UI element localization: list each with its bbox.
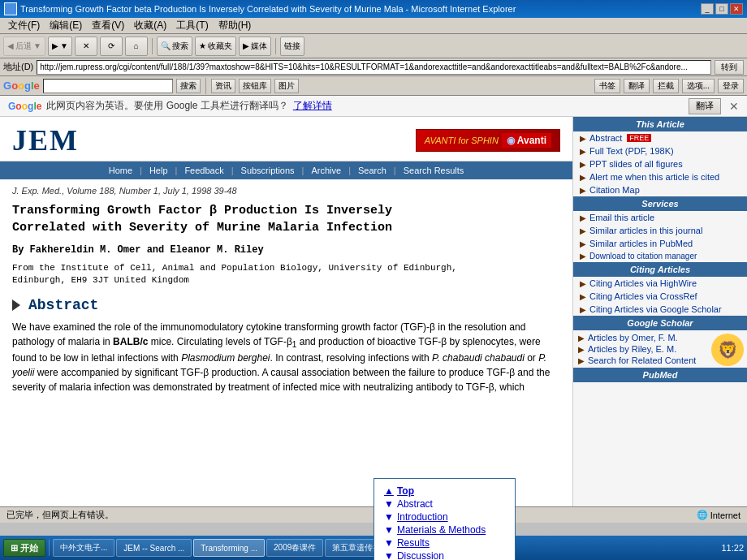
sidebar-ppt-link[interactable]: ▶ PPT slides of all figures [573, 157, 747, 170]
this-article-section: This Article ▶ Abstract FREE ▶ Full Text… [573, 117, 747, 196]
citation-manager-section: ▶ Download to citation manager [573, 250, 747, 262]
taskbar-item-0[interactable]: 中外文电子... [53, 539, 114, 557]
sidebar-similar-pubmed-link[interactable]: ▶ Similar articles in PubMed [573, 237, 747, 250]
toc-item-top[interactable]: ▲ Top [384, 485, 505, 497]
sidebar-citing-highwire-link[interactable]: ▶ Citing Articles via HighWire [573, 277, 747, 290]
sidebar-scholar-riley-link[interactable]: ▶ Articles by Riley, E. M. [576, 343, 711, 355]
sidebar-abstract-link[interactable]: ▶ Abstract FREE [573, 131, 747, 144]
stop-icon: ✕ [83, 41, 89, 50]
pubmed-section: PubMed [573, 368, 747, 382]
article-affiliation: From the Institute of Cell, Animal and P… [12, 262, 560, 287]
stop-button[interactable]: ✕ [75, 37, 97, 56]
star-icon: ★ [199, 41, 206, 50]
search-button[interactable]: 🔍 搜索 [157, 37, 192, 56]
sidebar-fulltext-link[interactable]: ▶ Full Text (PDF, 198K) [573, 144, 747, 157]
screenshot-button[interactable]: 拦截 [653, 79, 679, 93]
sidebar-arrow-icon-12: ▶ [580, 305, 586, 314]
sidebar-arrow-icon-2: ▶ [580, 147, 586, 156]
images-button[interactable]: 图片 [274, 79, 299, 93]
translate-bar: Google 此网页内容为英语。要使用 Google 工具栏进行翻译吗？ 了解详… [0, 96, 747, 117]
sidebar-alert-link[interactable]: ▶ Alert me when this article is cited [573, 170, 747, 183]
home-icon: ⌂ [134, 41, 139, 50]
menu-view[interactable]: 查看(V) [87, 18, 129, 33]
sidebar-download-link[interactable]: ▶ Download to citation manager [573, 250, 747, 262]
windows-icon: ⊞ [11, 543, 18, 554]
close-button[interactable]: ✕ [730, 3, 743, 15]
menu-help[interactable]: 帮助(H) [214, 18, 257, 33]
sidebar-scholar-related-link[interactable]: ▶ Search for Related Content [576, 355, 711, 366]
gtoolbar-separator [205, 78, 206, 94]
nav-feedback[interactable]: Feedback [178, 164, 230, 177]
sidebar-similar-journal-link[interactable]: ▶ Similar articles in this journal [573, 224, 747, 237]
minimize-button[interactable]: _ [701, 3, 714, 15]
sidebar-arrow-icon-13: ▶ [578, 334, 585, 342]
toc-item-abstract[interactable]: ▼ Abstract [384, 498, 505, 506]
menu-edit[interactable]: 编辑(E) [45, 18, 87, 33]
sidebar-arrow-icon-4: ▶ [580, 173, 586, 182]
sidebar-scholar-omer-link[interactable]: ▶ Articles by Omer, F. M. [576, 332, 711, 343]
translate-message: 此网页内容为英语。要使用 Google 工具栏进行翻译吗？ [46, 99, 287, 113]
abstract-arrow-icon[interactable] [12, 299, 20, 311]
jem-logo: JEM [12, 123, 79, 157]
nav-help[interactable]: Help [143, 164, 175, 177]
nav-home[interactable]: Home [102, 164, 139, 177]
nav-archive[interactable]: Archive [304, 164, 348, 177]
menu-bar: 文件(F) 编辑(E) 查看(V) 收藏(A) 工具(T) 帮助(H) [0, 18, 747, 34]
menu-favorites[interactable]: 收藏(A) [129, 18, 171, 33]
media-button[interactable]: ▶ 媒体 [239, 37, 271, 56]
bookmarks-button[interactable]: 书签 [594, 79, 620, 93]
taskbar-item-3[interactable]: 2009春课件 [266, 539, 323, 557]
main-content: JEM AVANTI for SPHIN ◉ Avanti Home | Hel… [0, 117, 572, 506]
resources-button[interactable]: 资讯 [211, 79, 235, 93]
menu-file[interactable]: 文件(F) [3, 18, 45, 33]
menu-tools[interactable]: 工具(T) [171, 18, 213, 33]
sidebar-arrow-icon-9: ▶ [580, 252, 586, 261]
toc-arrow-down-icon-1: ▼ [384, 498, 394, 506]
address-input[interactable] [37, 60, 711, 75]
links-button[interactable]: 链接 [280, 37, 304, 56]
titlebar-title: Transforming Growth Factor beta Producti… [20, 4, 516, 14]
favorites-button[interactable]: ★ 收藏夹 [195, 37, 236, 56]
sidebar-arrow-icon-3: ▶ [580, 160, 586, 169]
google-search-input[interactable] [43, 79, 173, 93]
sidebar-citing-crossref-link[interactable]: ▶ Citing Articles via CrossRef [573, 290, 747, 303]
translate-action-button[interactable]: 翻译 [689, 98, 721, 114]
address-label: 地址(D) [3, 61, 33, 73]
maximize-button[interactable]: □ [715, 3, 728, 15]
status-right: 🌐 Internet [697, 510, 741, 520]
google-scholar-lion-icon: 🦁 [711, 334, 744, 366]
titlebar: Transforming Growth Factor beta Producti… [0, 0, 747, 18]
sidebar-arrow-icon: ▶ [580, 134, 586, 143]
refresh-button[interactable]: ⟳ [100, 37, 123, 56]
sidebar-email-link[interactable]: ▶ Email this article [573, 211, 747, 224]
jem-header: JEM AVANTI for SPHIN ◉ Avanti [0, 117, 572, 162]
sidebar-arrow-icon-8: ▶ [580, 239, 586, 248]
toc-arrow-up-icon: ▲ [384, 485, 394, 497]
nav-subscriptions[interactable]: Subscriptions [235, 164, 301, 177]
translate-learn-link[interactable]: 了解详情 [293, 99, 332, 113]
sidebar-arrow-icon-11: ▶ [580, 292, 586, 301]
translate-button[interactable]: 翻译 [624, 79, 650, 93]
login-button[interactable]: 登录 [718, 79, 744, 93]
this-article-header: This Article [573, 117, 747, 131]
internet-zone-indicator: 🌐 Internet [697, 510, 741, 520]
taskbar-item-2[interactable]: Transforming ... [193, 539, 265, 557]
back-button[interactable]: ◀ 后退 ▼ [3, 37, 45, 56]
citing-articles-section: Citing Articles ▶ Citing Articles via Hi… [573, 262, 747, 316]
nav-search[interactable]: Search [352, 164, 393, 177]
options-button[interactable]: 选项... [682, 79, 715, 93]
sidebar-citing-scholar-link[interactable]: ▶ Citing Articles via Google Scholar [573, 303, 747, 316]
research-button[interactable]: 按钮库 [239, 79, 271, 93]
go-button[interactable]: 转到 [715, 60, 744, 75]
forward-button[interactable]: ▶ ▼ [48, 37, 72, 56]
pubmed-header: PubMed [573, 368, 747, 382]
home-button[interactable]: ⌂ [125, 37, 148, 56]
google-logo-translate: Google [8, 101, 41, 112]
google-search-button[interactable]: 搜索 [176, 79, 201, 93]
start-button[interactable]: ⊞ 开始 [3, 539, 45, 557]
nav-search-results[interactable]: Search Results [397, 164, 471, 177]
translate-close-icon[interactable]: ✕ [729, 100, 739, 113]
taskbar-item-1[interactable]: JEM -- Search ... [116, 539, 192, 557]
sidebar-arrow-icon-10: ▶ [580, 279, 586, 288]
sidebar-citation-map-link[interactable]: ▶ Citation Map [573, 183, 747, 196]
